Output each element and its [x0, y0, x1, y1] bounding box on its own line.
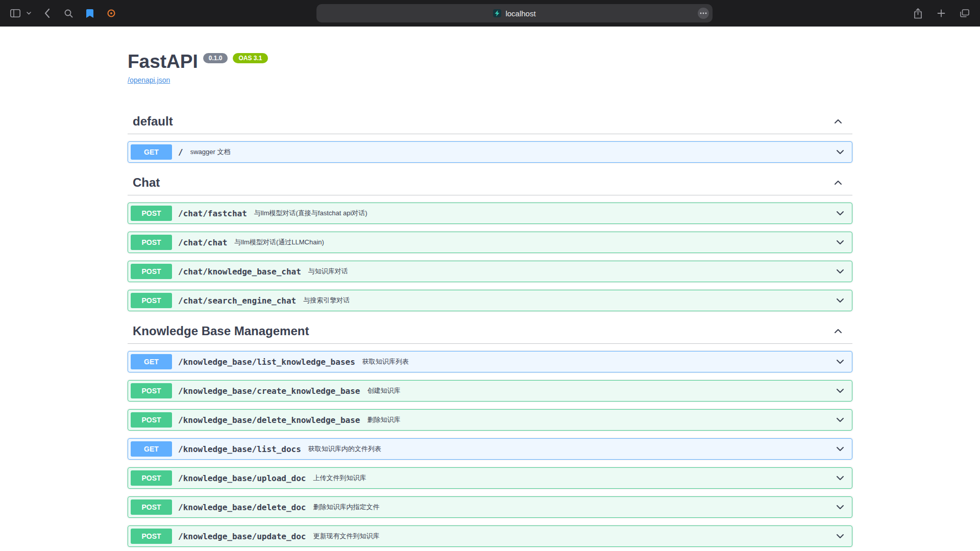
operation-row[interactable]: GET /knowledge_base/list_docs 获取知识库内的文件列… [128, 438, 852, 460]
operation-path: /knowledge_base/delete_doc [178, 503, 306, 512]
expand-operation-button[interactable] [836, 149, 844, 155]
chevron-down-icon [836, 149, 844, 155]
chevron-up-icon [834, 180, 842, 185]
sidebar-icon [10, 9, 20, 17]
address-bar[interactable]: localhost [316, 4, 713, 22]
bookmark-extension-button[interactable] [83, 6, 97, 21]
method-badge: POST [131, 499, 172, 515]
sidebar-toggle-button[interactable] [8, 6, 22, 21]
operation-description: 创建知识库 [367, 386, 836, 395]
operation-row[interactable]: POST /chat/knowledge_base_chat 与知识库对话 [128, 261, 852, 282]
section-header[interactable]: Chat [128, 170, 852, 195]
expand-operation-button[interactable] [836, 298, 844, 303]
collapse-section-button[interactable] [834, 119, 842, 124]
operation-row[interactable]: POST /chat/chat 与llm模型对话(通过LLMChain) [128, 232, 852, 253]
tab-overview-button[interactable] [958, 6, 972, 21]
method-badge: POST [131, 293, 172, 308]
method-badge: POST [131, 206, 172, 221]
operation-description: 上传文件到知识库 [313, 473, 836, 483]
chevron-down-icon [836, 475, 844, 481]
chevron-down-icon [836, 446, 844, 452]
expand-operation-button[interactable] [836, 388, 844, 393]
operation-path: /knowledge_base/update_doc [178, 532, 306, 541]
toolbar-center: localhost [118, 4, 911, 22]
chevron-down-icon [836, 269, 844, 274]
expand-operation-button[interactable] [836, 211, 844, 216]
address-bar-content: localhost [493, 9, 535, 18]
operation-description: 获取知识库内的文件列表 [308, 444, 836, 454]
new-tab-button[interactable] [934, 6, 948, 21]
swagger-ui: FastAPI 0.1.0 OAS 3.1 /openapi.json defa… [128, 27, 852, 551]
section-operations: GET /knowledge_base/list_knowledge_bases… [128, 351, 852, 551]
method-badge: GET [131, 354, 172, 369]
expand-operation-button[interactable] [836, 534, 844, 539]
operation-row[interactable]: POST /knowledge_base/create_knowledge_ba… [128, 380, 852, 402]
method-badge: POST [131, 470, 172, 486]
url-text: localhost [505, 9, 535, 18]
target-extension-button[interactable] [104, 6, 118, 21]
browser-viewport: FastAPI 0.1.0 OAS 3.1 /openapi.json defa… [0, 27, 980, 551]
api-sections: default GET / swagger 文档 Chat POST /chat… [128, 109, 852, 551]
share-button[interactable] [911, 6, 925, 21]
back-button[interactable] [40, 6, 54, 21]
section-header[interactable]: Knowledge Base Management [128, 319, 852, 344]
tabs-icon [960, 9, 969, 17]
site-favicon-icon [493, 9, 501, 17]
plus-icon [937, 9, 945, 17]
operation-row[interactable]: POST /knowledge_base/delete_knowledge_ba… [128, 409, 852, 431]
expand-operation-button[interactable] [836, 446, 844, 452]
operation-path: /knowledge_base/upload_doc [178, 473, 306, 483]
section-title: Chat [133, 176, 160, 190]
chevron-down-icon [27, 12, 31, 15]
section-knowledge-base-management: Knowledge Base Management GET /knowledge… [128, 319, 852, 551]
operation-row[interactable]: POST /chat/fastchat 与llm模型对话(直接与fastchat… [128, 203, 852, 224]
collapse-section-button[interactable] [834, 180, 842, 185]
method-badge: POST [131, 383, 172, 398]
expand-operation-button[interactable] [836, 269, 844, 274]
method-badge: GET [131, 144, 172, 160]
section-operations: GET / swagger 文档 [128, 141, 852, 163]
chevron-down-icon [836, 505, 844, 510]
section-title: Knowledge Base Management [133, 324, 309, 338]
sidebar-menu-button[interactable] [24, 6, 33, 21]
expand-operation-button[interactable] [836, 417, 844, 422]
openapi-link[interactable]: /openapi.json [128, 76, 170, 84]
operation-path: /knowledge_base/list_knowledge_bases [178, 357, 355, 367]
chevron-up-icon [834, 119, 842, 124]
expand-operation-button[interactable] [836, 475, 844, 481]
search-button[interactable] [61, 6, 76, 21]
expand-operation-button[interactable] [836, 505, 844, 510]
section-chat: Chat POST /chat/fastchat 与llm模型对话(直接与fas… [128, 170, 852, 311]
operation-path: /chat/knowledge_base_chat [178, 267, 301, 277]
toolbar-right [911, 6, 972, 21]
method-badge: POST [131, 264, 172, 279]
api-title-text: FastAPI [128, 51, 198, 72]
collapse-section-button[interactable] [834, 329, 842, 334]
page-more-options-button[interactable] [698, 8, 709, 19]
operation-row[interactable]: GET /knowledge_base/list_knowledge_bases… [128, 351, 852, 372]
operation-row[interactable]: POST /knowledge_base/delete_doc 删除知识库内指定… [128, 496, 852, 518]
browser-toolbar: localhost [0, 0, 980, 27]
operation-description: 与llm模型对话(直接与fastchat api对话) [254, 209, 836, 218]
chevron-down-icon [836, 417, 844, 422]
operation-description: 与搜索引擎对话 [303, 296, 836, 305]
operation-path: /chat/search_engine_chat [178, 296, 296, 306]
expand-operation-button[interactable] [836, 359, 844, 364]
operation-row[interactable]: POST /chat/search_engine_chat 与搜索引擎对话 [128, 290, 852, 311]
operation-row[interactable]: GET / swagger 文档 [128, 141, 852, 163]
chevron-down-icon [836, 534, 844, 539]
operation-description: 获取知识库列表 [362, 357, 836, 366]
section-title: default [133, 114, 173, 129]
operation-row[interactable]: POST /knowledge_base/update_doc 更新现有文件到知… [128, 525, 852, 547]
operation-description: 删除知识库内指定文件 [313, 503, 836, 512]
operation-description: 与llm模型对话(通过LLMChain) [234, 238, 836, 247]
ellipsis-icon [700, 12, 707, 14]
method-badge: POST [131, 529, 172, 544]
section-header[interactable]: default [128, 109, 852, 134]
operation-row[interactable]: POST /knowledge_base/upload_doc 上传文件到知识库 [128, 467, 852, 489]
target-icon [107, 9, 115, 17]
chevron-down-icon [836, 359, 844, 364]
expand-operation-button[interactable] [836, 240, 844, 245]
operation-description: 与知识库对话 [308, 267, 836, 276]
chevron-down-icon [836, 298, 844, 303]
